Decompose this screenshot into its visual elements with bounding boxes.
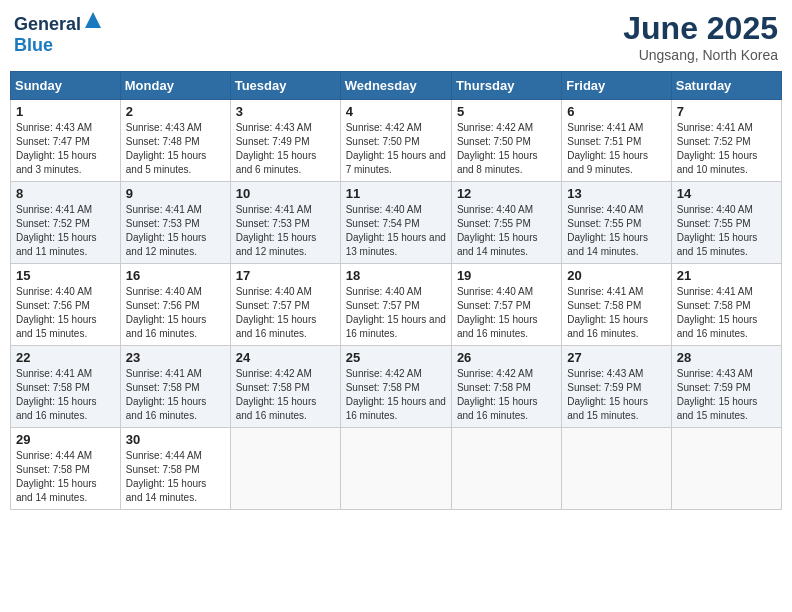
day-number: 18	[346, 268, 446, 283]
calendar-header-tuesday: Tuesday	[230, 72, 340, 100]
day-number: 13	[567, 186, 665, 201]
day-info: Sunrise: 4:41 AMSunset: 7:58 PMDaylight:…	[567, 285, 665, 341]
calendar-cell: 18Sunrise: 4:40 AMSunset: 7:57 PMDayligh…	[340, 264, 451, 346]
calendar-cell: 6Sunrise: 4:41 AMSunset: 7:51 PMDaylight…	[562, 100, 671, 182]
calendar-cell: 23Sunrise: 4:41 AMSunset: 7:58 PMDayligh…	[120, 346, 230, 428]
calendar-cell: 24Sunrise: 4:42 AMSunset: 7:58 PMDayligh…	[230, 346, 340, 428]
day-info: Sunrise: 4:40 AMSunset: 7:55 PMDaylight:…	[567, 203, 665, 259]
day-number: 10	[236, 186, 335, 201]
calendar-cell	[340, 428, 451, 510]
location-title: Ungsang, North Korea	[623, 47, 778, 63]
calendar-cell: 21Sunrise: 4:41 AMSunset: 7:58 PMDayligh…	[671, 264, 781, 346]
day-number: 29	[16, 432, 115, 447]
calendar-week-row: 22Sunrise: 4:41 AMSunset: 7:58 PMDayligh…	[11, 346, 782, 428]
day-info: Sunrise: 4:41 AMSunset: 7:52 PMDaylight:…	[677, 121, 776, 177]
calendar-cell	[451, 428, 561, 510]
day-number: 26	[457, 350, 556, 365]
day-number: 8	[16, 186, 115, 201]
calendar-cell: 15Sunrise: 4:40 AMSunset: 7:56 PMDayligh…	[11, 264, 121, 346]
calendar-cell: 11Sunrise: 4:40 AMSunset: 7:54 PMDayligh…	[340, 182, 451, 264]
month-title: June 2025	[623, 10, 778, 47]
logo-general: General	[14, 14, 81, 34]
calendar-cell: 16Sunrise: 4:40 AMSunset: 7:56 PMDayligh…	[120, 264, 230, 346]
calendar-header-row: SundayMondayTuesdayWednesdayThursdayFrid…	[11, 72, 782, 100]
day-info: Sunrise: 4:43 AMSunset: 7:48 PMDaylight:…	[126, 121, 225, 177]
calendar-cell: 30Sunrise: 4:44 AMSunset: 7:58 PMDayligh…	[120, 428, 230, 510]
day-number: 24	[236, 350, 335, 365]
day-number: 9	[126, 186, 225, 201]
day-info: Sunrise: 4:40 AMSunset: 7:57 PMDaylight:…	[457, 285, 556, 341]
day-info: Sunrise: 4:43 AMSunset: 7:47 PMDaylight:…	[16, 121, 115, 177]
calendar-cell	[671, 428, 781, 510]
day-info: Sunrise: 4:42 AMSunset: 7:50 PMDaylight:…	[457, 121, 556, 177]
calendar-header-sunday: Sunday	[11, 72, 121, 100]
calendar-cell	[562, 428, 671, 510]
day-info: Sunrise: 4:43 AMSunset: 7:49 PMDaylight:…	[236, 121, 335, 177]
day-number: 14	[677, 186, 776, 201]
day-number: 5	[457, 104, 556, 119]
calendar-cell: 1Sunrise: 4:43 AMSunset: 7:47 PMDaylight…	[11, 100, 121, 182]
day-info: Sunrise: 4:40 AMSunset: 7:57 PMDaylight:…	[236, 285, 335, 341]
day-number: 19	[457, 268, 556, 283]
calendar-header-wednesday: Wednesday	[340, 72, 451, 100]
day-number: 27	[567, 350, 665, 365]
calendar-cell: 5Sunrise: 4:42 AMSunset: 7:50 PMDaylight…	[451, 100, 561, 182]
calendar-cell: 3Sunrise: 4:43 AMSunset: 7:49 PMDaylight…	[230, 100, 340, 182]
day-info: Sunrise: 4:42 AMSunset: 7:58 PMDaylight:…	[457, 367, 556, 423]
day-info: Sunrise: 4:41 AMSunset: 7:58 PMDaylight:…	[126, 367, 225, 423]
day-info: Sunrise: 4:40 AMSunset: 7:56 PMDaylight:…	[16, 285, 115, 341]
day-number: 28	[677, 350, 776, 365]
day-info: Sunrise: 4:40 AMSunset: 7:54 PMDaylight:…	[346, 203, 446, 259]
day-info: Sunrise: 4:40 AMSunset: 7:55 PMDaylight:…	[677, 203, 776, 259]
calendar-header-monday: Monday	[120, 72, 230, 100]
day-number: 7	[677, 104, 776, 119]
day-number: 4	[346, 104, 446, 119]
calendar-cell: 4Sunrise: 4:42 AMSunset: 7:50 PMDaylight…	[340, 100, 451, 182]
day-info: Sunrise: 4:41 AMSunset: 7:52 PMDaylight:…	[16, 203, 115, 259]
calendar-cell: 14Sunrise: 4:40 AMSunset: 7:55 PMDayligh…	[671, 182, 781, 264]
calendar-cell: 2Sunrise: 4:43 AMSunset: 7:48 PMDaylight…	[120, 100, 230, 182]
day-info: Sunrise: 4:43 AMSunset: 7:59 PMDaylight:…	[567, 367, 665, 423]
day-info: Sunrise: 4:40 AMSunset: 7:55 PMDaylight:…	[457, 203, 556, 259]
day-number: 6	[567, 104, 665, 119]
calendar-cell	[230, 428, 340, 510]
calendar-cell: 7Sunrise: 4:41 AMSunset: 7:52 PMDaylight…	[671, 100, 781, 182]
calendar-cell: 13Sunrise: 4:40 AMSunset: 7:55 PMDayligh…	[562, 182, 671, 264]
day-number: 11	[346, 186, 446, 201]
logo-blue: Blue	[14, 35, 53, 55]
day-info: Sunrise: 4:41 AMSunset: 7:58 PMDaylight:…	[16, 367, 115, 423]
calendar-cell: 19Sunrise: 4:40 AMSunset: 7:57 PMDayligh…	[451, 264, 561, 346]
calendar-cell: 20Sunrise: 4:41 AMSunset: 7:58 PMDayligh…	[562, 264, 671, 346]
calendar-cell: 9Sunrise: 4:41 AMSunset: 7:53 PMDaylight…	[120, 182, 230, 264]
day-info: Sunrise: 4:41 AMSunset: 7:53 PMDaylight:…	[126, 203, 225, 259]
calendar-cell: 29Sunrise: 4:44 AMSunset: 7:58 PMDayligh…	[11, 428, 121, 510]
calendar-cell: 26Sunrise: 4:42 AMSunset: 7:58 PMDayligh…	[451, 346, 561, 428]
day-number: 21	[677, 268, 776, 283]
day-number: 15	[16, 268, 115, 283]
day-number: 17	[236, 268, 335, 283]
logo: General Blue	[14, 10, 103, 56]
calendar-cell: 8Sunrise: 4:41 AMSunset: 7:52 PMDaylight…	[11, 182, 121, 264]
calendar-cell: 25Sunrise: 4:42 AMSunset: 7:58 PMDayligh…	[340, 346, 451, 428]
day-info: Sunrise: 4:41 AMSunset: 7:53 PMDaylight:…	[236, 203, 335, 259]
calendar-header-saturday: Saturday	[671, 72, 781, 100]
day-info: Sunrise: 4:41 AMSunset: 7:58 PMDaylight:…	[677, 285, 776, 341]
day-number: 16	[126, 268, 225, 283]
day-info: Sunrise: 4:42 AMSunset: 7:50 PMDaylight:…	[346, 121, 446, 177]
day-info: Sunrise: 4:41 AMSunset: 7:51 PMDaylight:…	[567, 121, 665, 177]
calendar-week-row: 1Sunrise: 4:43 AMSunset: 7:47 PMDaylight…	[11, 100, 782, 182]
calendar-week-row: 15Sunrise: 4:40 AMSunset: 7:56 PMDayligh…	[11, 264, 782, 346]
calendar-cell: 17Sunrise: 4:40 AMSunset: 7:57 PMDayligh…	[230, 264, 340, 346]
svg-marker-0	[85, 12, 101, 28]
calendar-cell: 10Sunrise: 4:41 AMSunset: 7:53 PMDayligh…	[230, 182, 340, 264]
day-info: Sunrise: 4:44 AMSunset: 7:58 PMDaylight:…	[16, 449, 115, 505]
calendar-cell: 27Sunrise: 4:43 AMSunset: 7:59 PMDayligh…	[562, 346, 671, 428]
page-header: General Blue June 2025 Ungsang, North Ko…	[10, 10, 782, 63]
logo-icon	[83, 10, 103, 30]
day-number: 2	[126, 104, 225, 119]
day-info: Sunrise: 4:42 AMSunset: 7:58 PMDaylight:…	[346, 367, 446, 423]
day-info: Sunrise: 4:40 AMSunset: 7:56 PMDaylight:…	[126, 285, 225, 341]
title-area: June 2025 Ungsang, North Korea	[623, 10, 778, 63]
calendar-body: 1Sunrise: 4:43 AMSunset: 7:47 PMDaylight…	[11, 100, 782, 510]
day-number: 23	[126, 350, 225, 365]
